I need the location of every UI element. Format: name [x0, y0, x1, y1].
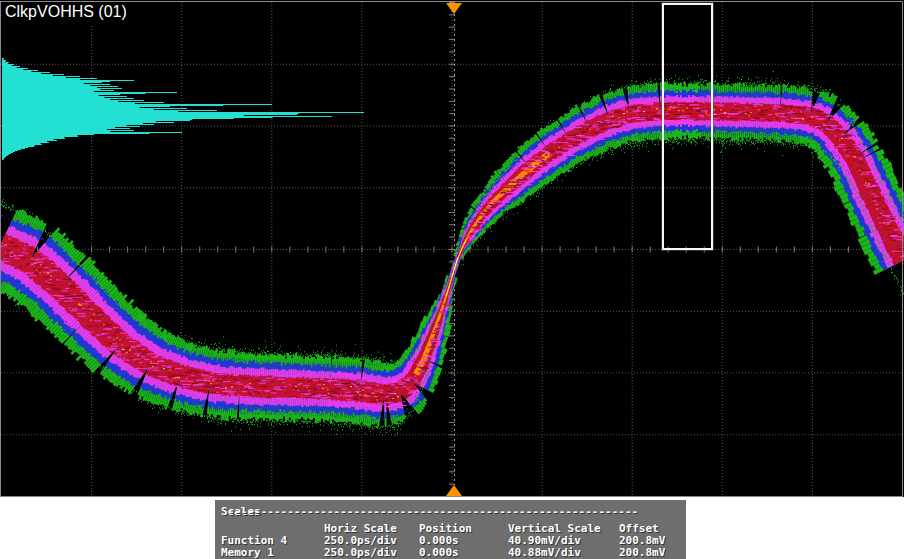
measurement-gate-box[interactable] [662, 3, 713, 250]
scales-panel-dashes: ----------------------------------------… [228, 505, 639, 518]
scales-panel-title-row: Scales ---------------------------------… [215, 505, 686, 517]
horiz-scale-value: 250.0ps/div [324, 546, 397, 559]
vertical-scale-value: 40.88mV/div [508, 546, 581, 559]
oscilloscope-screen: ClkpVOHHS (01) Scales ------------------… [0, 0, 904, 559]
scales-panel: Scales ---------------------------------… [215, 500, 686, 559]
offset-value: 200.8mV [619, 546, 665, 559]
trigger-marker-top-icon[interactable] [446, 3, 462, 14]
scales-row-memory1: Memory 1 250.0ps/div 0.000s 40.88mV/div … [215, 546, 686, 558]
scales-header-row: Horiz Scale Position Vertical Scale Offs… [215, 522, 686, 534]
trigger-marker-bottom-icon[interactable] [446, 485, 462, 496]
persistence-waveform-canvas [0, 0, 904, 497]
position-value: 0.000s [419, 546, 459, 559]
waveform-display-area: ClkpVOHHS (01) [0, 0, 904, 497]
waveform-label: ClkpVOHHS (01) [2, 2, 137, 24]
source-name: Memory 1 [221, 546, 274, 559]
scales-row-function4: Function 4 250.0ps/div 0.000s 40.90mV/di… [215, 534, 686, 546]
